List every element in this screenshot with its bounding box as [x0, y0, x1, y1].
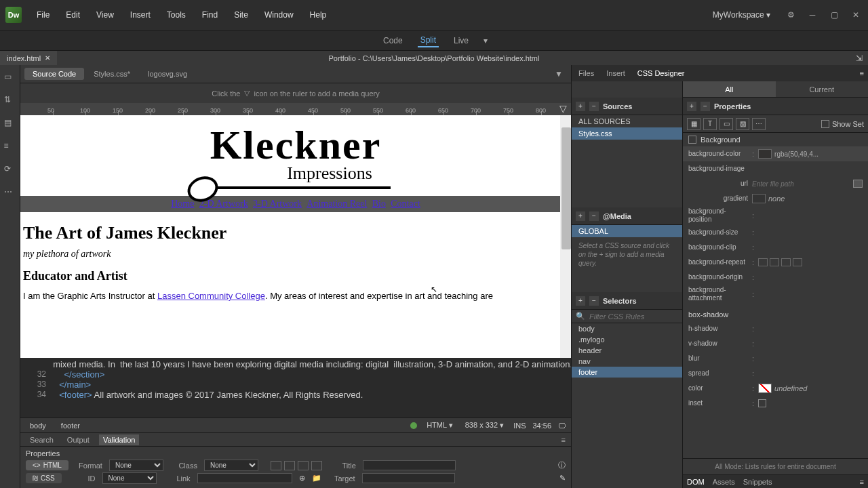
id-select[interactable]: None	[102, 472, 157, 484]
selector-filter-input[interactable]	[589, 312, 684, 321]
document-options-icon[interactable]: ⇲	[856, 54, 868, 63]
tag-crumb-body[interactable]: body	[26, 421, 50, 430]
menu-window[interactable]: Window	[258, 7, 300, 22]
tab-assets[interactable]: Assets	[713, 478, 735, 486]
tab-css-designer[interactable]: CSS Designer	[635, 68, 688, 79]
output-search[interactable]: Search	[26, 434, 58, 445]
bold-icon[interactable]	[271, 461, 281, 470]
tab-dom[interactable]: DOM	[687, 478, 705, 486]
minimize-button[interactable]: ─	[806, 8, 819, 22]
output-validation[interactable]: Validation	[99, 434, 140, 445]
remove-source-button[interactable]: −	[589, 102, 599, 111]
ul-icon[interactable]	[298, 461, 309, 470]
add-selector-button[interactable]: +	[576, 296, 585, 306]
shadow-color-swatch[interactable]	[758, 384, 772, 393]
italic-icon[interactable]	[284, 461, 295, 470]
props-html-btn[interactable]: <> HTML	[26, 460, 68, 470]
layout-category-icon[interactable]: ▦	[687, 118, 701, 130]
mode-current[interactable]: Current	[776, 81, 869, 97]
class-select[interactable]: None	[204, 460, 258, 471]
browse-icon[interactable]	[853, 180, 863, 188]
nav-contact[interactable]: Contact	[391, 199, 420, 209]
ruler-marker-icon[interactable]: ▽	[559, 103, 567, 114]
repeat-x-icon[interactable]	[770, 258, 779, 266]
tag-crumb-footer[interactable]: footer	[57, 421, 84, 430]
workspace-selector[interactable]: MyWorkspace ▾	[707, 7, 776, 22]
assets-icon[interactable]: ▤	[4, 118, 16, 130]
view-split[interactable]: Split	[418, 34, 439, 47]
format-select[interactable]: None	[109, 460, 163, 471]
remove-property-button[interactable]: −	[701, 102, 710, 111]
code-editor[interactable]: mixed media. In the last 10 years I have…	[20, 358, 571, 418]
file-manager-icon[interactable]: ▭	[4, 72, 16, 84]
view-live[interactable]: Live	[451, 35, 471, 47]
right-panel-menu-icon[interactable]: ≡	[860, 69, 864, 77]
output-output[interactable]: Output	[63, 434, 94, 445]
link-target-icon[interactable]: ⊕	[299, 474, 305, 483]
tab-files[interactable]: Files	[576, 68, 597, 79]
ruler[interactable]: ▽ 50100150200250300350400450500550600650…	[20, 103, 571, 115]
gradient-swatch[interactable]	[752, 194, 766, 203]
nav-3d[interactable]: 3-D Artwork	[253, 199, 302, 209]
filter-icon[interactable]: ▼	[555, 69, 567, 79]
preview-scrollbar[interactable]	[560, 115, 571, 358]
props-css-btn[interactable]: ₪ CSS	[26, 473, 62, 483]
target-input[interactable]	[362, 473, 455, 483]
bg-color-swatch[interactable]	[758, 149, 772, 159]
bg-group-checkbox[interactable]	[688, 136, 696, 144]
selector-body[interactable]: body	[572, 323, 682, 334]
menu-tools[interactable]: Tools	[160, 7, 193, 22]
output-menu-icon[interactable]: ≡	[561, 436, 566, 444]
background-category-icon[interactable]: ▨	[736, 118, 749, 130]
props-quick-edit-icon[interactable]: ✎	[559, 474, 566, 483]
media-global[interactable]: GLOBAL	[572, 225, 682, 237]
menu-insert[interactable]: Insert	[123, 7, 157, 22]
nav-home[interactable]: Home	[171, 199, 194, 209]
selector-header[interactable]: header	[572, 345, 682, 356]
more-category-icon[interactable]: ⋯	[752, 118, 766, 130]
related-styles[interactable]: Styles.css*	[85, 68, 138, 80]
language-select[interactable]: HTML ▾	[424, 420, 456, 430]
maximize-button[interactable]: ▢	[827, 8, 841, 22]
props-help-icon[interactable]: ⓘ	[558, 460, 566, 470]
bg-color-value[interactable]: rgba(50,49,4...	[774, 150, 818, 158]
bg-image-url-input[interactable]	[752, 180, 850, 188]
border-category-icon[interactable]: ▭	[719, 118, 733, 130]
add-source-button[interactable]: +	[576, 102, 585, 111]
menu-view[interactable]: View	[90, 7, 121, 22]
menu-find[interactable]: Find	[195, 7, 224, 22]
link-browse-icon[interactable]: 📁	[312, 474, 321, 483]
more-tools-icon[interactable]: ⋯	[4, 187, 16, 199]
menu-edit[interactable]: Edit	[59, 7, 87, 22]
sync-settings-icon[interactable]: ⚙	[784, 8, 797, 22]
close-button[interactable]: ✕	[849, 8, 863, 22]
menu-file[interactable]: File	[30, 7, 56, 22]
source-styles[interactable]: Styles.css	[572, 127, 682, 140]
close-tab-icon[interactable]: ✕	[45, 54, 50, 62]
preview-link[interactable]: Lassen Community College	[157, 291, 265, 301]
view-code[interactable]: Code	[380, 35, 406, 47]
no-repeat-icon[interactable]	[793, 258, 802, 266]
tab-snippets[interactable]: Snippets	[743, 478, 772, 486]
preview-browser-icon[interactable]: 🖵	[558, 422, 566, 430]
snippets-icon[interactable]: ≡	[4, 141, 16, 153]
add-media-button[interactable]: +	[576, 211, 585, 221]
repeat-y-icon[interactable]	[781, 258, 791, 266]
tab-insert[interactable]: Insert	[604, 68, 628, 79]
dimensions-select[interactable]: 838 x 332 ▾	[462, 420, 507, 430]
text-category-icon[interactable]: T	[703, 118, 717, 130]
link-input[interactable]	[197, 473, 292, 483]
menu-site[interactable]: Site	[227, 7, 255, 22]
document-tab[interactable]: index.html ✕	[0, 51, 57, 65]
view-options-dropdown[interactable]: ▾	[484, 36, 488, 45]
remove-selector-button[interactable]: −	[589, 296, 599, 306]
menu-help[interactable]: Help	[303, 7, 334, 22]
related-source-code[interactable]: Source Code	[24, 68, 84, 80]
title-input[interactable]	[363, 460, 456, 470]
live-preview[interactable]: Kleckner Impressions Home 2-D Artwork 3-…	[20, 115, 571, 358]
all-sources[interactable]: ALL SOURCES	[572, 115, 682, 127]
related-logo[interactable]: logosvg.svg	[140, 68, 195, 80]
repeat-both-icon[interactable]	[758, 258, 768, 266]
show-set-checkbox[interactable]	[821, 120, 829, 128]
add-property-button[interactable]: +	[687, 102, 696, 111]
